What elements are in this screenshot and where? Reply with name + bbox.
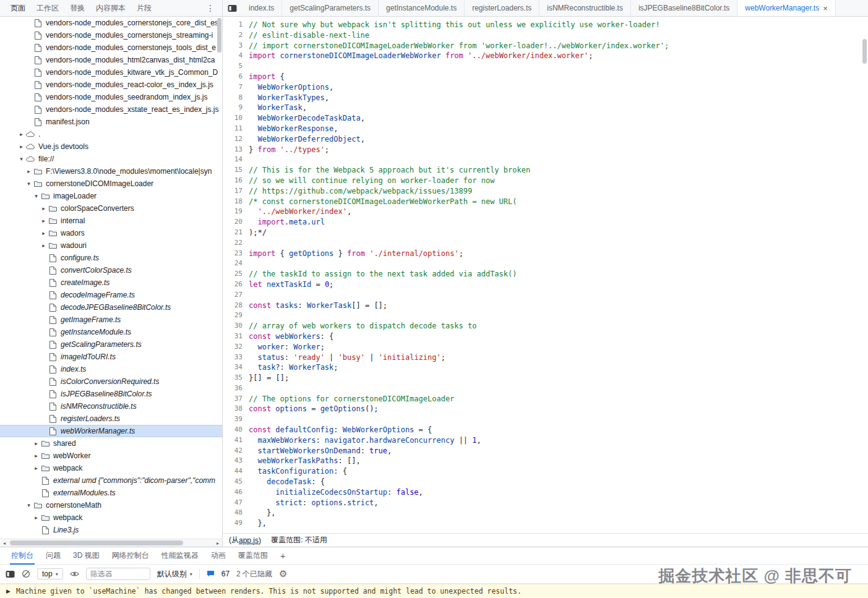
line-number[interactable]: 16 [223, 176, 249, 186]
code-line[interactable]: 18/* const cornerstoneDICOMImageLoaderWe… [223, 197, 868, 207]
line-number[interactable]: 32 [223, 342, 249, 352]
tree-item[interactable]: getInstanceModule.ts [0, 326, 222, 338]
chevron-down-icon[interactable]: ▾ [25, 500, 33, 511]
tree-item[interactable]: externalModules.ts [0, 487, 222, 499]
code-line[interactable]: 47 strict: options.strict, [223, 498, 868, 508]
line-number[interactable]: 35 [223, 373, 249, 383]
tree-item[interactable]: manifest.json [0, 116, 222, 128]
code-line[interactable]: 6import { [223, 72, 868, 82]
line-number[interactable]: 40 [223, 425, 249, 435]
drawer-tab[interactable]: 动画 [205, 547, 232, 565]
code-line[interactable]: 11 WebWorkerResponse, [223, 124, 868, 134]
drawer-tab[interactable]: 网络控制台 [106, 547, 155, 565]
line-number[interactable]: 10 [223, 113, 249, 124]
code-line[interactable]: 40const defaultConfig: WebWorkerOptions … [223, 425, 868, 435]
code-line[interactable]: 26let nextTaskId = 0; [223, 280, 868, 290]
line-number[interactable]: 28 [223, 301, 249, 311]
tree-item[interactable]: decodeJPEGBaseline8BitColor.ts [0, 301, 222, 314]
line-number[interactable]: 41 [223, 435, 249, 446]
line-number[interactable]: 2 [223, 30, 249, 41]
line-number[interactable]: 48 [223, 508, 249, 518]
add-tab-icon[interactable]: + [274, 550, 292, 561]
scroll-right-icon[interactable]: ▸ [213, 540, 222, 546]
console-sidebar-toggle-icon[interactable] [6, 570, 15, 578]
code-line[interactable]: 35}[] = []; [223, 373, 868, 383]
code-line[interactable]: 41 maxWebWorkers: navigator.hardwareConc… [223, 435, 868, 446]
navigator-tab[interactable]: 片段 [131, 0, 157, 16]
tree-item[interactable]: isJPEGBaseline8BitColor.ts [0, 388, 222, 400]
js-context-selector[interactable]: top ▾ [37, 568, 63, 579]
editor-tab[interactable]: getInstanceModule.ts [379, 0, 465, 16]
chevron-down-icon[interactable]: ▾ [25, 178, 33, 190]
tree-item[interactable]: index.ts [0, 363, 222, 375]
line-number[interactable]: 6 [223, 72, 249, 82]
chevron-right-icon[interactable]: ▸ [32, 450, 40, 462]
line-number[interactable]: 20 [223, 217, 249, 228]
line-number[interactable]: 24 [223, 258, 249, 269]
chevron-right-icon[interactable]: ▸ [17, 141, 25, 153]
code-line[interactable]: 17// https://github.com/webpack/webpack/… [223, 186, 868, 197]
code-line[interactable]: 31const webWorkers: { [223, 331, 868, 342]
drawer-tab[interactable]: 3D 视图 [67, 547, 106, 565]
tree-item[interactable]: ▾file:// [0, 153, 222, 165]
line-number[interactable]: 42 [223, 446, 249, 456]
line-number[interactable]: 49 [223, 518, 249, 529]
tree-item[interactable]: imageIdToURI.ts [0, 351, 222, 363]
code-line[interactable]: 34 task?: WorkerTask; [223, 362, 868, 373]
console-filter-input[interactable] [86, 568, 150, 580]
editor-tab[interactable]: registerLoaders.ts [465, 0, 539, 16]
tree-item[interactable]: ▸F:\Viewers3.8.0\node_modules\moment\loc… [0, 165, 222, 177]
code-line[interactable]: 9 WorkerTask, [223, 103, 868, 113]
code-line[interactable]: 46 initializeCodecsOnStartup: false, [223, 487, 868, 498]
line-number[interactable]: 4 [223, 51, 249, 61]
tree-item[interactable]: ▸colorSpaceConverters [0, 202, 222, 215]
tree-item[interactable]: ▾imageLoader [0, 190, 222, 202]
editor-tab[interactable]: isJPEGBaseline8BitColor.ts [631, 0, 737, 16]
code-line[interactable]: 1// Not sure why but webpack isn't split… [223, 20, 868, 30]
line-number[interactable]: 29 [223, 310, 249, 321]
code-line[interactable]: 48 }, [223, 508, 868, 518]
code-line[interactable]: 8 WorkerTaskTypes, [223, 93, 868, 103]
chevron-right-icon[interactable]: ▸ [40, 215, 48, 227]
code-line[interactable]: 36 [223, 383, 868, 394]
tree-item[interactable]: createImage.ts [0, 276, 222, 289]
chevron-right-icon[interactable]: ▸ [17, 129, 25, 140]
tree-item[interactable]: ▸wadors [0, 227, 222, 239]
line-number[interactable]: 5 [223, 61, 249, 72]
tree-item[interactable]: vendors-node_modules_cornerstonejs_core_… [0, 17, 222, 29]
navigator-tab[interactable]: 替换 [64, 0, 90, 16]
tree-item[interactable]: vendors-node_modules_cornerstonejs_strea… [0, 29, 222, 41]
line-number[interactable]: 17 [223, 186, 249, 197]
sidebar-vertical-scrollbar[interactable] [217, 18, 221, 53]
scroll-left-icon[interactable]: ◂ [0, 540, 9, 546]
code-line[interactable]: 32 worker: Worker; [223, 342, 868, 352]
chevron-right-icon[interactable]: ▸ [32, 438, 40, 450]
code-line[interactable]: 19 '../webWorker/index', [223, 207, 868, 217]
code-line[interactable]: 2// eslint-disable-next-line [223, 30, 868, 41]
chevron-right-icon[interactable]: ▸ [32, 463, 40, 474]
line-number[interactable]: 9 [223, 103, 249, 113]
line-number[interactable]: 25 [223, 269, 249, 280]
tree-item[interactable]: ▸internal [0, 215, 222, 227]
code-line[interactable]: 49 }, [223, 518, 868, 529]
editor-vertical-scrollbar[interactable] [862, 39, 867, 64]
more-tabs-icon[interactable]: ⋮ [199, 3, 222, 13]
tree-item[interactable]: ▸shared [0, 437, 222, 450]
live-expression-eye-icon[interactable] [70, 570, 79, 578]
code-line[interactable]: 38const options = getOptions(); [223, 404, 868, 414]
tree-item[interactable]: registerLoaders.ts [0, 412, 222, 425]
code-line[interactable]: 45 decodeTask: { [223, 477, 868, 487]
drawer-tab[interactable]: 问题 [40, 547, 67, 565]
horizontal-scroll-thumb[interactable] [10, 540, 183, 545]
navigator-toggle-icon[interactable] [223, 4, 241, 12]
line-number[interactable]: 46 [223, 487, 249, 498]
line-number[interactable]: 23 [223, 249, 249, 259]
code-line[interactable]: 15// This is for the Webpack 5 approach … [223, 165, 868, 176]
line-number[interactable]: 13 [223, 145, 249, 155]
tree-item[interactable]: ▾cornerstoneDICOMImageLoader [0, 177, 222, 190]
code-line[interactable]: 24 [223, 258, 868, 269]
drawer-tab[interactable]: 性能监视器 [155, 547, 205, 565]
chevron-down-icon[interactable]: ▾ [17, 153, 25, 165]
code-line[interactable]: 33 status: 'ready' | 'busy' | 'initializ… [223, 352, 868, 363]
tree-item[interactable]: decodeImageFrame.ts [0, 289, 222, 301]
